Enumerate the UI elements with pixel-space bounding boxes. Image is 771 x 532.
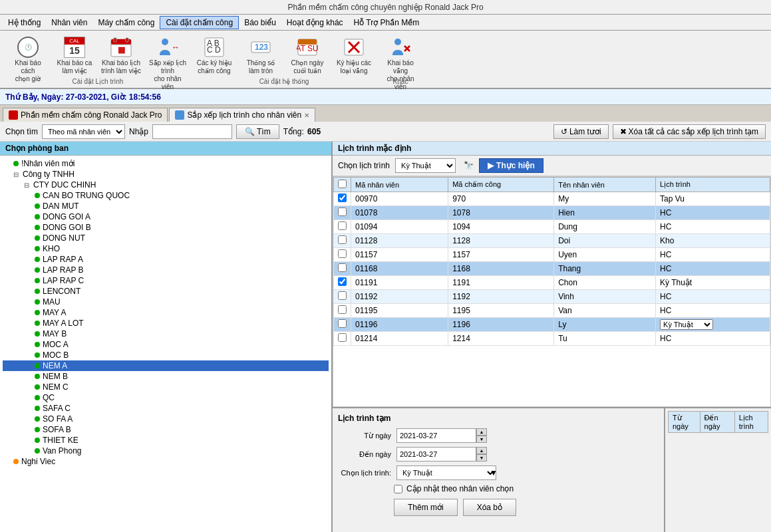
tree-item-nem-a[interactable]: NEM A: [3, 360, 329, 371]
tree-item-lap-rap-a[interactable]: LAP RAP A: [3, 254, 329, 265]
row-checkbox[interactable]: [338, 207, 347, 216]
cell-lich-trinh: Kho: [656, 234, 770, 248]
row-checkbox[interactable]: [338, 263, 347, 272]
to-date-up-btn[interactable]: ▲: [476, 447, 487, 454]
tree-item-so-fa-a[interactable]: SO FA A: [3, 414, 329, 424]
tree-label: SAFA C: [43, 404, 71, 413]
table-row[interactable]: 011961196LyKỳ ThuậtHCKhoTap Vu: [334, 318, 770, 332]
table-row[interactable]: 011571157UyenHC: [334, 248, 770, 262]
row-checkbox[interactable]: [338, 249, 347, 258]
chon-lich-select[interactable]: Kỳ Thuật HC Kho Tap Vu: [396, 466, 496, 480]
calendar15-icon: CAL 15: [64, 37, 85, 58]
row-checkbox[interactable]: [338, 235, 347, 244]
toolbar-btn8-label: Ký hiệu cácloại vắng: [337, 59, 371, 75]
them-moi-button[interactable]: Thêm mới: [394, 499, 458, 516]
tree-item-lencont[interactable]: LENCONT: [3, 286, 329, 297]
toolbar-btn-ky-hieu-cham-cong[interactable]: A B C D Các ký hiệuchấm công: [192, 33, 237, 76]
row-checkbox[interactable]: [338, 291, 347, 300]
table-row[interactable]: 011281128DoiKho: [334, 234, 770, 248]
to-date-input[interactable]: [396, 447, 476, 462]
tree-item-cong-ty-tnhh[interactable]: ⊟ Công ty TNHH: [3, 169, 329, 180]
refresh-button[interactable]: ↺ Làm tươi: [553, 124, 609, 139]
xoa-bo-button[interactable]: Xóa bỏ: [463, 499, 516, 516]
table-row[interactable]: 010941094DungHC: [334, 220, 770, 234]
from-date-down-btn[interactable]: ▼: [476, 436, 487, 443]
employee-table-container: Mã nhân viên Mã chấm công Tên nhân viên …: [333, 176, 771, 407]
tree-item-kho[interactable]: KHO: [3, 243, 329, 254]
tree-item-qc[interactable]: QC: [3, 392, 329, 403]
tree-item-dong-nut[interactable]: DONG NUT: [3, 233, 329, 243]
cell-lich-trinh: HC: [656, 220, 770, 234]
tree-item-lap-rap-c[interactable]: LAP RAP C: [3, 275, 329, 286]
toolbar-btn-khai-bao-ca[interactable]: CAL 15 Khai báo calàm việc: [52, 33, 97, 76]
tree-area: !Nhân viên mới ⊟ Công ty TNHH ⊟ CTY DUC …: [0, 156, 331, 532]
tree-item-can-bo-trung-quoc[interactable]: CAN BO TRUNG QUOC: [3, 190, 329, 201]
toolbar-btn-chon-ngay-cuoi-tuan[interactable]: SAT SUN Chọn ngàycuối tuần: [285, 33, 330, 76]
menu-cai-dat-cham-cong[interactable]: Cài đặt chấm công: [160, 16, 239, 29]
row-checkbox[interactable]: [338, 319, 347, 328]
tree-item-dong-goi-a[interactable]: DONG GOI A: [3, 211, 329, 222]
tree-item-sofa-b[interactable]: SOFA B: [3, 424, 329, 435]
capnhat-checkbox[interactable]: [394, 485, 402, 493]
table-row[interactable]: 011921192VinhHC: [334, 290, 770, 304]
table-row[interactable]: 011681168ThangHC: [334, 262, 770, 276]
row-checkbox[interactable]: [338, 221, 347, 230]
tab-main[interactable]: Phần mềm chấm công Ronald Jack Pro: [3, 108, 168, 122]
tree-item-moc-b[interactable]: MOC B: [3, 350, 329, 360]
menu-ho-tro[interactable]: Hỗ Trợ Phần Mềm: [349, 17, 425, 29]
toolbar-btn-sap-xep-lich-trinh[interactable]: ↔ Sắp xếp lịch trìnhcho nhân viên: [145, 33, 190, 76]
search-type-select[interactable]: Theo mã nhân viên: [42, 124, 125, 139]
tab-close-icon[interactable]: ✕: [304, 112, 309, 119]
tree-label: LAP RAP C: [43, 276, 84, 285]
tree-item-cty-duc-chinh[interactable]: ⊟ CTY DUC CHINH: [3, 180, 329, 190]
tree-item-lap-rap-b[interactable]: LAP RAP B: [3, 265, 329, 275]
execute-button[interactable]: ▶ Thực hiện: [479, 158, 543, 173]
from-date-up-btn[interactable]: ▲: [476, 428, 487, 436]
tree-item-nghi-viec[interactable]: Nghi Viec: [3, 456, 329, 467]
tree-item-nem-b[interactable]: NEM B: [3, 371, 329, 382]
tree-item-thiet-ke[interactable]: THIET KE: [3, 435, 329, 446]
table-row[interactable]: 011911191ChonKỳ Thuật: [334, 276, 770, 290]
select-all-checkbox[interactable]: [338, 180, 347, 188]
table-row[interactable]: 011951195VanHC: [334, 304, 770, 318]
tree-item-nem-c[interactable]: NEM C: [3, 382, 329, 392]
table-row[interactable]: 010781078HienHC: [334, 206, 770, 220]
search-button[interactable]: 🔍 Tìm: [236, 124, 279, 139]
clear-button[interactable]: ✖ Xóa tất cả các sắp xếp lịch trình tạm: [613, 124, 766, 139]
tree-item-may-b[interactable]: MAY B: [3, 329, 329, 339]
employee-table: Mã nhân viên Mã chấm công Tên nhân viên …: [333, 177, 770, 346]
tab-sap-xep[interactable]: Sắp xếp lịch trình cho nhân viên ✕: [169, 108, 315, 122]
menu-bao-bieu[interactable]: Báo biểu: [239, 17, 281, 29]
toolbar-btn-khai-bao-lich-trinh[interactable]: ▦ Khai báo lịchtrình làm việc: [98, 33, 144, 76]
row-checkbox[interactable]: [338, 333, 347, 342]
from-date-input[interactable]: [396, 428, 476, 443]
search-input[interactable]: [152, 124, 232, 139]
tree-item-moc-a[interactable]: MOC A: [3, 339, 329, 350]
menu-hoat-dong-khac[interactable]: Hoạt động khác: [281, 17, 349, 29]
menu-he-thong[interactable]: Hệ thống: [3, 17, 46, 29]
toolbar-btn-thong-so-lam-tron[interactable]: 123 Thống sốlàm tròn: [238, 33, 283, 76]
schedule-select[interactable]: Kỳ Thuật HC Kho Tap Vu: [395, 158, 456, 173]
to-date-down-btn[interactable]: ▼: [476, 454, 487, 462]
tree-item-safa-c[interactable]: SAFA C: [3, 403, 329, 414]
toolbar-btn4-label: Sắp xếp lịch trìnhcho nhân viên: [147, 59, 188, 91]
tree-item-may-a[interactable]: MAY A: [3, 307, 329, 318]
lich-trinh-select[interactable]: Kỳ ThuậtHCKhoTap Vu: [660, 319, 713, 330]
tree-item-van-phong[interactable]: Van Phong: [3, 446, 329, 456]
tree-item-may-a-lot[interactable]: MAY A LOT: [3, 318, 329, 329]
tree-item-dong-goi-b[interactable]: DONG GOI B: [3, 222, 329, 233]
row-checkbox[interactable]: [338, 277, 347, 286]
menu-nhan-vien[interactable]: Nhân viên: [46, 17, 92, 29]
toolbar-btn-khai-bao-vang[interactable]: Khai báo vắngcho nhân viên: [378, 33, 423, 76]
table-row[interactable]: 012141214TuHC: [334, 332, 770, 346]
toolbar-btn-ky-hieu-loai-vang[interactable]: Ký hiệu cácloại vắng: [331, 33, 377, 76]
tree-item-nhan-vien-moi[interactable]: !Nhân viên mới: [3, 158, 329, 169]
menu-may-cham-cong[interactable]: Máy chấm công: [92, 17, 160, 29]
svg-text:▦: ▦: [118, 45, 125, 55]
row-checkbox[interactable]: [338, 305, 347, 314]
tree-item-dan-mut[interactable]: DAN MUT: [3, 201, 329, 211]
table-row[interactable]: 00970970MyTap Vu: [334, 192, 770, 206]
row-checkbox[interactable]: [338, 194, 347, 202]
toolbar-btn-khai-bao-cach-chon-gio[interactable]: 🕐 Khai báo cáchchọn giờ: [5, 33, 51, 76]
tree-item-mau[interactable]: MAU: [3, 297, 329, 307]
